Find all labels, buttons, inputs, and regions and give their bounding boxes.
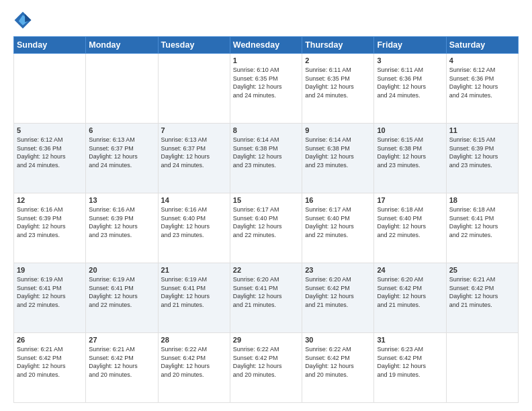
calendar-cell: 4Sunrise: 6:12 AM Sunset: 6:36 PM Daylig…	[446, 54, 518, 124]
day-number: 23	[305, 266, 371, 274]
day-info: Sunrise: 6:19 AM Sunset: 6:41 PM Dayligh…	[89, 275, 154, 309]
day-number: 3	[377, 56, 443, 64]
calendar-cell: 28Sunrise: 6:22 AM Sunset: 6:42 PM Dayli…	[158, 333, 230, 403]
day-number: 9	[305, 126, 371, 134]
calendar-cell: 5Sunrise: 6:12 AM Sunset: 6:36 PM Daylig…	[14, 124, 86, 193]
day-info: Sunrise: 6:15 AM Sunset: 6:38 PM Dayligh…	[377, 136, 443, 169]
day-info: Sunrise: 6:12 AM Sunset: 6:36 PM Dayligh…	[17, 136, 83, 169]
day-info: Sunrise: 6:21 AM Sunset: 6:42 PM Dayligh…	[449, 275, 515, 309]
calendar-cell: 7Sunrise: 6:13 AM Sunset: 6:37 PM Daylig…	[158, 124, 230, 193]
calendar-cell: 10Sunrise: 6:15 AM Sunset: 6:38 PM Dayli…	[374, 124, 446, 193]
calendar-table: SundayMondayTuesdayWednesdayThursdayFrid…	[13, 36, 519, 403]
day-info: Sunrise: 6:22 AM Sunset: 6:42 PM Dayligh…	[305, 345, 371, 379]
day-info: Sunrise: 6:22 AM Sunset: 6:42 PM Dayligh…	[161, 345, 227, 379]
day-info: Sunrise: 6:16 AM Sunset: 6:40 PM Dayligh…	[161, 205, 227, 239]
day-info: Sunrise: 6:19 AM Sunset: 6:41 PM Dayligh…	[161, 275, 227, 309]
calendar-week-row: 12Sunrise: 6:16 AM Sunset: 6:39 PM Dayli…	[14, 193, 519, 263]
calendar-cell: 30Sunrise: 6:22 AM Sunset: 6:42 PM Dayli…	[302, 333, 374, 403]
day-info: Sunrise: 6:13 AM Sunset: 6:37 PM Dayligh…	[161, 136, 227, 169]
day-number: 18	[449, 196, 515, 204]
calendar-cell: 21Sunrise: 6:19 AM Sunset: 6:41 PM Dayli…	[158, 263, 230, 333]
day-info: Sunrise: 6:14 AM Sunset: 6:38 PM Dayligh…	[305, 136, 371, 169]
calendar-cell: 2Sunrise: 6:11 AM Sunset: 6:35 PM Daylig…	[302, 54, 374, 124]
day-number: 30	[305, 336, 371, 344]
page: SundayMondayTuesdayWednesdayThursdayFrid…	[0, 0, 532, 411]
day-number: 20	[89, 266, 154, 274]
weekday-header-friday: Friday	[374, 37, 446, 54]
calendar-cell: 14Sunrise: 6:16 AM Sunset: 6:40 PM Dayli…	[158, 193, 230, 263]
day-number: 17	[377, 196, 443, 204]
day-number: 10	[377, 126, 443, 134]
day-info: Sunrise: 6:17 AM Sunset: 6:40 PM Dayligh…	[233, 205, 299, 239]
header	[13, 11, 519, 30]
day-number: 4	[449, 56, 515, 64]
day-info: Sunrise: 6:12 AM Sunset: 6:36 PM Dayligh…	[449, 66, 515, 99]
weekday-header-wednesday: Wednesday	[230, 37, 302, 54]
day-number: 13	[89, 196, 154, 204]
day-info: Sunrise: 6:20 AM Sunset: 6:42 PM Dayligh…	[305, 275, 371, 309]
day-number: 14	[161, 196, 227, 204]
day-number: 29	[233, 336, 299, 344]
day-info: Sunrise: 6:10 AM Sunset: 6:35 PM Dayligh…	[233, 66, 299, 99]
day-number: 1	[233, 56, 299, 64]
logo-icon	[13, 11, 32, 30]
calendar-cell	[446, 333, 518, 403]
calendar-cell: 11Sunrise: 6:15 AM Sunset: 6:39 PM Dayli…	[446, 124, 518, 193]
calendar-cell: 9Sunrise: 6:14 AM Sunset: 6:38 PM Daylig…	[302, 124, 374, 193]
day-number: 5	[17, 126, 83, 134]
day-info: Sunrise: 6:23 AM Sunset: 6:42 PM Dayligh…	[377, 345, 443, 379]
weekday-header-tuesday: Tuesday	[158, 37, 230, 54]
calendar-cell: 31Sunrise: 6:23 AM Sunset: 6:42 PM Dayli…	[374, 333, 446, 403]
calendar-cell: 8Sunrise: 6:14 AM Sunset: 6:38 PM Daylig…	[230, 124, 302, 193]
day-info: Sunrise: 6:20 AM Sunset: 6:42 PM Dayligh…	[377, 275, 443, 309]
weekday-header-sunday: Sunday	[14, 37, 86, 54]
calendar-cell: 27Sunrise: 6:21 AM Sunset: 6:42 PM Dayli…	[86, 333, 158, 403]
calendar-week-row: 19Sunrise: 6:19 AM Sunset: 6:41 PM Dayli…	[14, 263, 519, 333]
calendar-week-row: 26Sunrise: 6:21 AM Sunset: 6:42 PM Dayli…	[14, 333, 519, 403]
calendar-cell: 16Sunrise: 6:17 AM Sunset: 6:40 PM Dayli…	[302, 193, 374, 263]
calendar-cell	[158, 54, 230, 124]
day-number: 2	[305, 56, 371, 64]
day-number: 21	[161, 266, 227, 274]
day-info: Sunrise: 6:16 AM Sunset: 6:39 PM Dayligh…	[89, 205, 154, 239]
day-info: Sunrise: 6:21 AM Sunset: 6:42 PM Dayligh…	[89, 345, 154, 379]
calendar-week-row: 1Sunrise: 6:10 AM Sunset: 6:35 PM Daylig…	[14, 54, 519, 124]
calendar-cell: 13Sunrise: 6:16 AM Sunset: 6:39 PM Dayli…	[86, 193, 158, 263]
day-number: 7	[161, 126, 227, 134]
calendar-cell: 24Sunrise: 6:20 AM Sunset: 6:42 PM Dayli…	[374, 263, 446, 333]
day-info: Sunrise: 6:16 AM Sunset: 6:39 PM Dayligh…	[17, 205, 83, 239]
day-number: 26	[17, 336, 83, 344]
day-number: 31	[377, 336, 443, 344]
calendar-cell: 20Sunrise: 6:19 AM Sunset: 6:41 PM Dayli…	[86, 263, 158, 333]
calendar-cell: 22Sunrise: 6:20 AM Sunset: 6:41 PM Dayli…	[230, 263, 302, 333]
day-number: 12	[17, 196, 83, 204]
calendar-cell: 12Sunrise: 6:16 AM Sunset: 6:39 PM Dayli…	[14, 193, 86, 263]
calendar-cell: 29Sunrise: 6:22 AM Sunset: 6:42 PM Dayli…	[230, 333, 302, 403]
calendar-week-row: 5Sunrise: 6:12 AM Sunset: 6:36 PM Daylig…	[14, 124, 519, 193]
day-number: 8	[233, 126, 299, 134]
day-info: Sunrise: 6:11 AM Sunset: 6:36 PM Dayligh…	[377, 66, 443, 99]
calendar-cell: 23Sunrise: 6:20 AM Sunset: 6:42 PM Dayli…	[302, 263, 374, 333]
day-number: 27	[89, 336, 154, 344]
weekday-header-monday: Monday	[86, 37, 158, 54]
day-number: 28	[161, 336, 227, 344]
weekday-header-saturday: Saturday	[446, 37, 518, 54]
day-number: 6	[89, 126, 154, 134]
day-info: Sunrise: 6:20 AM Sunset: 6:41 PM Dayligh…	[233, 275, 299, 309]
day-info: Sunrise: 6:13 AM Sunset: 6:37 PM Dayligh…	[89, 136, 154, 169]
day-number: 15	[233, 196, 299, 204]
day-number: 11	[449, 126, 515, 134]
calendar-cell	[14, 54, 86, 124]
calendar-cell: 18Sunrise: 6:18 AM Sunset: 6:41 PM Dayli…	[446, 193, 518, 263]
day-info: Sunrise: 6:18 AM Sunset: 6:41 PM Dayligh…	[449, 205, 515, 239]
weekday-header-row: SundayMondayTuesdayWednesdayThursdayFrid…	[14, 37, 519, 54]
calendar-cell: 1Sunrise: 6:10 AM Sunset: 6:35 PM Daylig…	[230, 54, 302, 124]
calendar-cell	[86, 54, 158, 124]
day-info: Sunrise: 6:18 AM Sunset: 6:40 PM Dayligh…	[377, 205, 443, 239]
day-number: 22	[233, 266, 299, 274]
day-info: Sunrise: 6:14 AM Sunset: 6:38 PM Dayligh…	[233, 136, 299, 169]
day-info: Sunrise: 6:17 AM Sunset: 6:40 PM Dayligh…	[305, 205, 371, 239]
day-info: Sunrise: 6:21 AM Sunset: 6:42 PM Dayligh…	[17, 345, 83, 379]
calendar-cell: 19Sunrise: 6:19 AM Sunset: 6:41 PM Dayli…	[14, 263, 86, 333]
calendar-cell: 25Sunrise: 6:21 AM Sunset: 6:42 PM Dayli…	[446, 263, 518, 333]
